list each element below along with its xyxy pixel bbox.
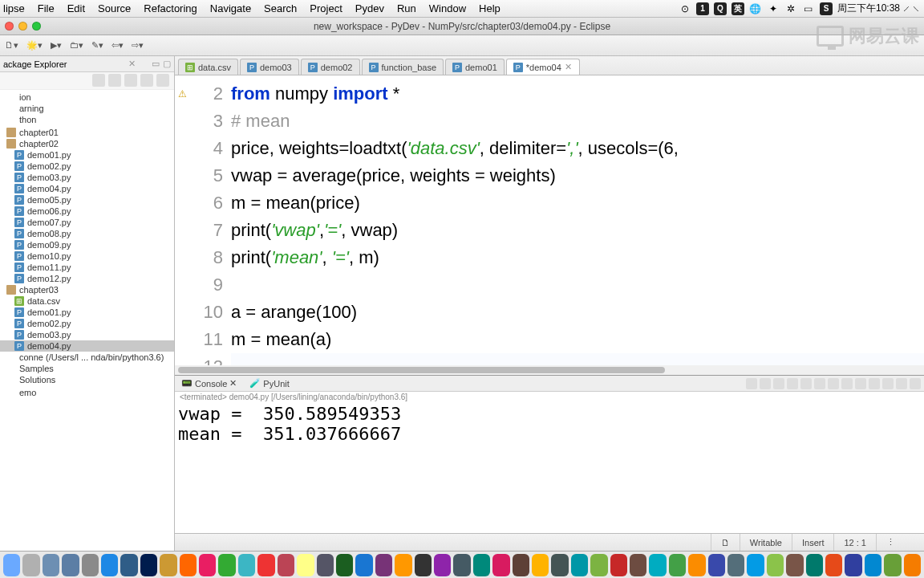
dock-app-icon[interactable] [571,554,588,576]
dock-app-icon[interactable] [257,554,274,576]
console-lock-icon[interactable] [787,378,798,389]
dock-app-icon[interactable] [767,554,784,576]
maximize-icon[interactable]: ▢ [163,59,171,69]
dock-app-icon[interactable] [884,554,901,576]
tree-item[interactable]: ⊞data.csv [0,295,174,307]
dock-app-icon[interactable] [140,554,157,576]
tree-item[interactable]: Samples [0,363,174,374]
menu-project[interactable]: Project [310,2,342,14]
tree-item[interactable]: chapter03 [0,284,174,295]
dock-app-icon[interactable] [551,554,568,576]
dock-app-icon[interactable] [610,554,627,576]
collapse-all-icon[interactable] [92,74,105,87]
tree-item[interactable]: Pdemo02.py [0,318,174,329]
code-line[interactable]: vwap = average(price, weights = weights) [231,162,924,189]
dock-app-icon[interactable] [238,554,255,576]
tree-item[interactable]: Pdemo05.py [0,194,174,206]
tree-item[interactable]: Pdemo04.py [0,183,174,194]
tree-item[interactable]: Pdemo01.py [0,307,174,318]
dock-app-icon[interactable] [22,554,39,576]
dock-app-icon[interactable] [82,554,99,576]
close-icon[interactable]: ✕ [128,59,136,69]
editor-tab[interactable]: Pdemo02 [301,59,360,75]
project-tree[interactable]: ionarningthonchapter01chapter02Pdemo01.p… [0,90,174,551]
menu-edit[interactable]: Edit [67,2,85,14]
code-line[interactable]: a = arange(100) [231,299,924,326]
menu-pydev[interactable]: Pydev [355,2,384,14]
dock-app-icon[interactable] [865,554,881,576]
focus-icon[interactable] [124,74,137,87]
console-output[interactable]: vwap = 350.589549353 mean = 351.03766666… [175,402,924,533]
dock-app-icon[interactable] [513,554,529,576]
dock-app-icon[interactable] [806,554,823,576]
code-line[interactable]: from numpy import * [231,80,924,108]
dock-app-icon[interactable] [180,554,197,576]
editor-tab[interactable]: ⊞data.csv [178,59,238,75]
minimize-icon[interactable]: ▭ [152,59,160,69]
zoom-window-button[interactable] [32,22,41,31]
dock-app-icon[interactable] [160,554,176,576]
editor-tab[interactable]: Pdemo01 [445,59,505,75]
tree-item[interactable]: Pdemo08.py [0,228,174,239]
code-content[interactable]: from numpy import *# meanprice, weights=… [228,75,924,375]
console-clear-icon[interactable] [746,378,757,389]
tree-item[interactable]: Pdemo09.py [0,239,174,250]
dock-app-icon[interactable] [532,554,549,576]
mac-dock[interactable] [0,551,924,578]
dock-app-icon[interactable] [786,554,803,576]
tree-item[interactable]: Pdemo03.py [0,172,174,183]
run-button[interactable]: ▶▾ [51,40,62,51]
dock-app-icon[interactable] [649,554,666,576]
code-line[interactable]: price, weights=loadtxt('data.csv', delim… [231,135,924,162]
wand-button[interactable]: ✎▾ [91,40,103,51]
nav-fwd-button[interactable]: ⇨▾ [132,40,144,51]
close-tab-icon[interactable]: ✕ [565,62,573,72]
editor-tab[interactable]: P*demo04✕ [506,59,580,75]
console-min-icon[interactable] [841,378,853,389]
console-pin-icon[interactable] [800,378,812,389]
dock-app-icon[interactable] [375,554,392,576]
editor-tab[interactable]: Pdemo03 [240,59,299,75]
tree-item[interactable]: Solutions [0,374,174,385]
tree-item[interactable]: arning [0,103,174,114]
tree-item[interactable]: Pdemo06.py [0,206,174,217]
debug-button[interactable]: 🗀▾ [70,40,83,51]
tree-item[interactable]: Pdemo03.py [0,329,174,340]
tab-pyunit[interactable]: 🧪 PyUnit [246,378,292,389]
dock-app-icon[interactable] [904,554,921,576]
code-editor[interactable]: ⚠ 23456789101112 from numpy import *# me… [175,75,924,376]
code-line[interactable]: m = mean(a) [231,326,924,353]
console-b-icon[interactable] [882,378,894,389]
console-c-icon[interactable] [896,378,907,389]
dock-app-icon[interactable] [630,554,646,576]
tree-item[interactable]: Pdemo12.py [0,273,174,284]
view-menu-icon[interactable] [156,74,169,87]
tree-item[interactable]: ion [0,92,174,103]
dock-app-icon[interactable] [278,554,294,576]
tree-item[interactable]: thon [0,114,174,125]
dock-app-icon[interactable] [747,554,764,576]
editor-tab[interactable]: Pfunction_base [362,59,444,75]
code-line[interactable]: print('vwap','=', vwap) [231,217,924,244]
tree-item[interactable]: Pdemo10.py [0,250,174,262]
dock-app-icon[interactable] [415,554,432,576]
dock-app-icon[interactable] [101,554,118,576]
dock-app-icon[interactable] [434,554,451,576]
console-max-icon[interactable] [855,378,866,389]
tree-item[interactable]: Pdemo02.py [0,161,174,172]
dock-app-icon[interactable] [3,554,20,576]
filter-icon[interactable] [140,74,153,87]
tree-item[interactable]: conne (/Users/l ... nda/bin/python3.6) [0,352,174,363]
new-button[interactable]: 🗋▾ [5,40,18,51]
dock-app-icon[interactable] [492,554,509,576]
tree-item[interactable]: Pdemo11.py [0,262,174,273]
tree-item[interactable]: Pdemo01.py [0,149,174,161]
save-button[interactable]: 🌟▾ [26,40,43,51]
dock-app-icon[interactable] [43,554,59,576]
link-editor-icon[interactable] [108,74,121,87]
menu-lipse[interactable]: lipse [3,2,25,14]
console-removeall-icon[interactable] [773,378,784,389]
dock-app-icon[interactable] [62,554,79,576]
console-remove-icon[interactable] [760,378,771,389]
console-a-icon[interactable] [869,378,880,389]
